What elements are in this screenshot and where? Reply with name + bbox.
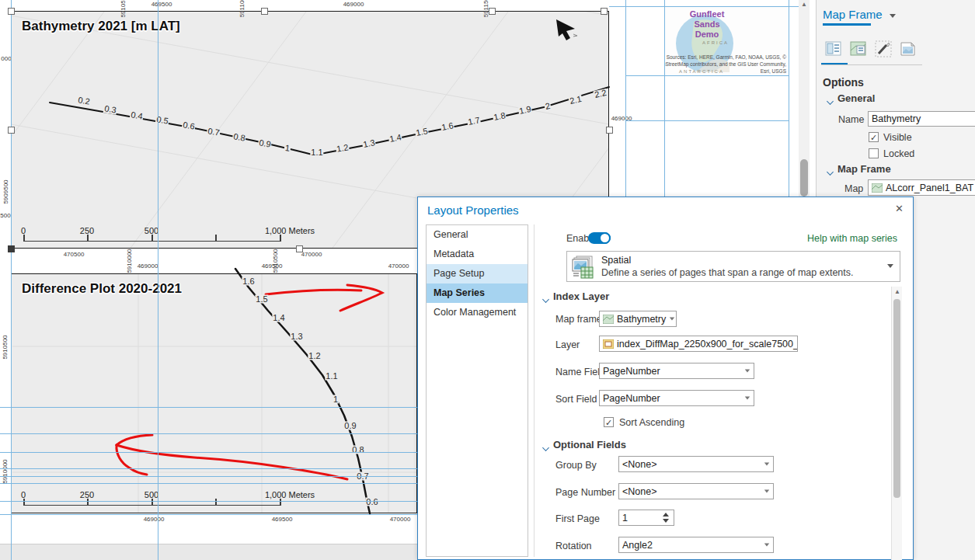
guide-line [0,483,417,484]
general-expander-icon[interactable] [827,93,833,107]
map-display-icon [849,40,868,58]
dialog-title: Layout Properties [427,203,519,217]
tab-display[interactable] [849,40,869,60]
visible-checkbox[interactable]: ✓ [869,132,879,142]
series-type-name: Spatial [601,255,631,266]
dialog-scroll-up-icon[interactable]: ▲ [892,288,903,295]
map-dropdown[interactable]: ALcorr_Panel1_BAT [868,179,975,196]
contour-value-label: 1.1 [310,148,323,157]
name-label: Name [838,114,864,125]
index-layer-header[interactable]: Index Layer [553,290,609,302]
dialog-tab-general[interactable]: General [427,225,528,245]
scale-bar-label: 1,000 Meters [265,226,315,235]
panel-title: Map Frame [823,8,883,21]
selection-handle [606,127,613,134]
grid-coordinate-label: 5910500 [120,0,127,18]
map-frame-dropdown[interactable]: Bathymetry [599,311,677,327]
grid-coordinate-label: 469500 [272,516,293,523]
selection-handle [8,127,15,134]
dialog-tab-map-series[interactable]: Map Series [427,283,528,303]
dialog-tab-color-management[interactable]: Color Management [427,303,528,322]
grid-coordinate-label: 5909500 [2,179,9,203]
page-number-dropdown[interactable]: <None> [618,483,774,499]
scale-bar-tick [215,499,217,506]
spatial-series-icon [572,255,597,280]
rotation-dropdown-value: Angle2 [622,540,653,551]
first-page-spinner-arrows[interactable] [660,510,673,526]
grid-coordinate-label: 000 [1,55,11,62]
scale-bar-tick [280,235,281,242]
scrollbar-thumb[interactable] [800,159,808,197]
help-link[interactable]: Help with map series [807,233,897,244]
sort-field-dropdown[interactable]: PageNumber [599,390,754,406]
panel-title-caret-icon[interactable] [890,14,896,18]
guide-line [609,6,799,7]
rotation-dropdown[interactable]: Angle2 [618,537,774,553]
tab-options[interactable] [824,40,844,60]
map-frame-expander-icon[interactable] [827,164,833,178]
page-number-dropdown-value: <None> [622,486,656,497]
first-page-value: 1 [622,513,628,523]
toggle-knob [599,232,611,244]
tab-picture[interactable] [899,40,919,60]
name-field-dropdown[interactable]: PageNumber [599,363,754,379]
dialog-nav-list[interactable]: GeneralMetadataPage SetupMap SeriesColor… [426,224,528,557]
map-dropdown-value: ALcorr_Panel1_BAT [886,183,973,193]
tab-symbology[interactable] [874,40,894,60]
contour-value-label: 1.6 [242,277,255,286]
series-type-caret-icon [887,264,893,268]
scale-bar-tick [23,235,25,242]
layer-dropdown[interactable]: index_DiffMap_2250x900_for_scale7500_v2 [599,336,798,352]
dialog-tab-page-setup[interactable]: Page Setup [427,264,528,283]
grid-coordinate-label: 5911000 [239,0,245,17]
dialog-scrollbar-thumb[interactable] [893,299,900,498]
symbology-brush-icon [874,40,893,58]
enable-toggle[interactable] [588,232,611,244]
selection-handle [489,8,496,15]
contour-value-label: 1.2 [308,352,321,360]
dialog-tab-metadata[interactable]: Metadata [427,245,528,264]
contour-value-label: 0.9 [343,422,357,430]
guide-line [664,0,665,197]
selection-handle [8,8,15,15]
picture-frame-icon [899,40,918,58]
panel-title-underline [823,23,871,26]
optional-fields-expander-icon[interactable] [543,440,548,454]
index-layer-expander-icon[interactable] [543,291,548,305]
name-field-label: Name Field [555,367,605,377]
overview-minimap[interactable]: GunfleetSandsDemo AFRICAANTARCTICA Sourc… [664,6,789,75]
layout-properties-dialog: Layout Properties ✕ GeneralMetadataPage … [417,197,914,560]
name-field-dropdown-value: PageNumber [603,366,660,377]
sort-ascending-checkbox[interactable]: ✓ [604,417,614,427]
scale-bar-tick [215,235,217,242]
sort-ascending-label: Sort Ascending [619,417,684,428]
group-by-dropdown[interactable]: <None> [618,456,774,472]
dialog-close-icon[interactable]: ✕ [895,203,904,214]
general-section-header[interactable]: General [837,92,875,104]
series-type-dropdown[interactable]: Spatial Define a series of pages that sp… [566,251,900,282]
dialog-scrollbar[interactable]: ▲ [891,287,902,560]
options-list-icon [824,40,843,58]
guide-line [789,0,789,197]
minimap-title-line: Gunfleet [664,9,750,19]
basemap-geo-label: AFRICA [702,40,729,45]
sort-field-label: Sort Field [555,394,597,405]
layer-dropdown-value: index_DiffMap_2250x900_for_scale7500_v2 [617,339,798,350]
optional-fields-header[interactable]: Optional Fields [553,439,626,450]
name-input[interactable]: Bathymetry [868,111,975,127]
grid-coordinate-label: 469000 [343,1,364,8]
scale-bar-tick [280,499,281,506]
scroll-up-icon[interactable]: ▲ [799,0,810,9]
locked-checkbox[interactable] [869,148,879,158]
group-by-label: Group By [555,460,597,471]
selection-handle [8,245,15,252]
map-frame-section-header[interactable]: Map Frame [837,163,891,175]
attribution-line: Esri, USGS [761,68,786,74]
contour-value-label: 1.3 [290,332,303,341]
grid-coordinate-label: 5910500 [272,249,279,273]
scale-bar-label: 1,000 Meters [265,490,315,499]
guide-line [625,120,789,121]
map-frame-label: Map frame [555,314,602,325]
contour-value-label: 0.6 [365,498,378,506]
map-thumbnail-icon [872,183,883,193]
